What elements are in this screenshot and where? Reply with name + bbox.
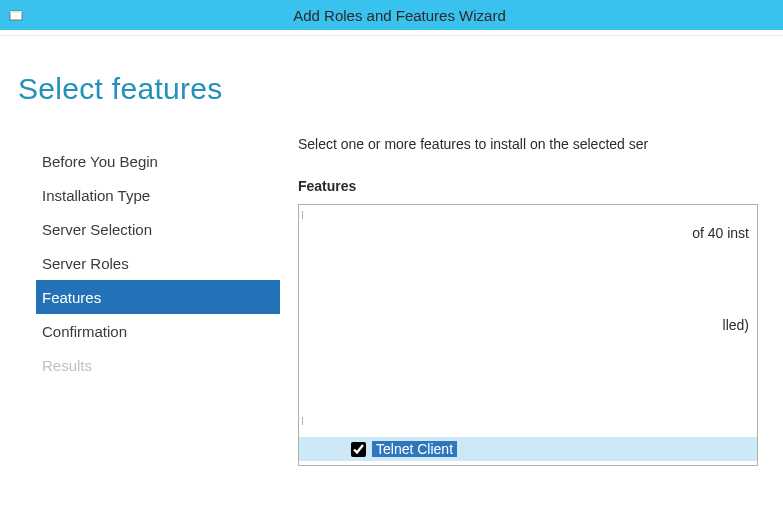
step-label: Server Selection <box>42 221 152 238</box>
tree-line-fragment <box>302 417 303 425</box>
step-features[interactable]: Features <box>36 280 280 314</box>
step-label: Features <box>42 289 101 306</box>
feature-label: Telnet Client <box>372 441 457 457</box>
main-panel: Select one or more features to install o… <box>280 144 783 466</box>
step-label: Before You Begin <box>42 153 158 170</box>
features-listbox[interactable]: of 40 inst lled) Telnet Client <box>298 204 758 466</box>
step-server-roles[interactable]: Server Roles <box>36 246 280 280</box>
instruction-text: Select one or more features to install o… <box>298 136 783 152</box>
step-server-selection[interactable]: Server Selection <box>36 212 280 246</box>
svg-rect-1 <box>10 11 22 13</box>
step-confirmation[interactable]: Confirmation <box>36 314 280 348</box>
step-label: Results <box>42 357 92 374</box>
page-title: Select features <box>0 72 783 106</box>
text-fragment-install-count: of 40 inst <box>692 225 749 241</box>
wizard-page: Select features Before You Begin Install… <box>0 36 783 466</box>
tree-line-fragment <box>302 211 303 219</box>
feature-item-telnet-client[interactable]: Telnet Client <box>299 437 757 461</box>
step-label: Server Roles <box>42 255 129 272</box>
feature-checkbox-telnet-client[interactable] <box>351 442 366 457</box>
features-label: Features <box>298 178 783 194</box>
step-results: Results <box>36 348 280 382</box>
wizard-icon <box>8 7 24 23</box>
titlebar: Add Roles and Features Wizard <box>0 0 783 30</box>
step-label: Confirmation <box>42 323 127 340</box>
step-before-you-begin[interactable]: Before You Begin <box>36 144 280 178</box>
text-fragment-installed: lled) <box>723 317 749 333</box>
wizard-steps-sidebar: Before You Begin Installation Type Serve… <box>0 144 280 466</box>
step-label: Installation Type <box>42 187 150 204</box>
window-title: Add Roles and Features Wizard <box>24 7 775 24</box>
step-installation-type[interactable]: Installation Type <box>36 178 280 212</box>
